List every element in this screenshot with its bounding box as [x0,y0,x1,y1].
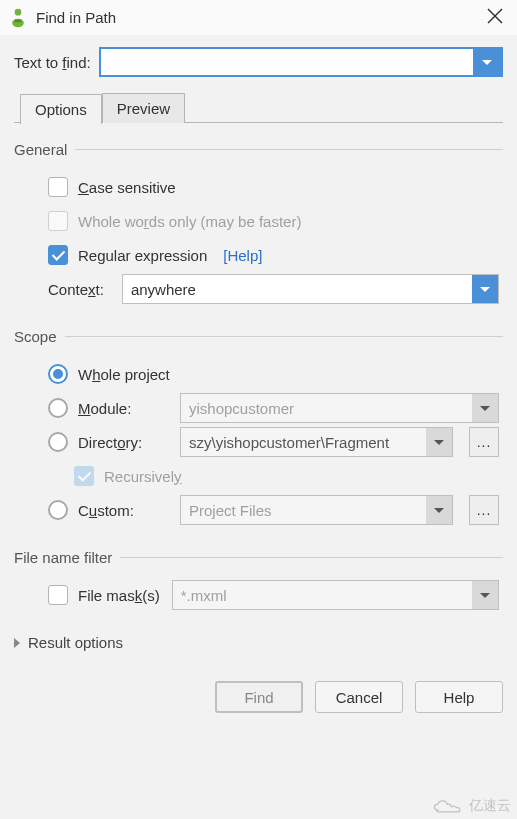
case-sensitive-checkbox[interactable] [48,177,68,197]
chevron-down-icon [434,508,444,513]
close-button[interactable] [485,6,505,29]
title-bar: Find in Path [0,0,517,35]
context-dropdown-button[interactable] [472,275,498,303]
scope-directory-combo[interactable]: szy\yishopcustomer\Fragment [180,427,453,457]
scope-whole-project-radio[interactable] [48,364,68,384]
app-icon [8,8,28,28]
chevron-down-icon [480,406,490,411]
scope-module-dropdown[interactable] [472,394,498,422]
find-text-row: Text to find: [14,47,503,77]
scope-custom-radio[interactable] [48,500,68,520]
chevron-down-icon [482,60,492,65]
context-label: Context: [48,281,104,298]
section-general-label: General [14,141,75,158]
scope-custom-label: Custom: [78,502,170,519]
cloud-icon [431,797,465,815]
window-title: Find in Path [36,9,485,26]
chevron-down-icon [480,287,490,292]
regex-label: Regular expression [78,247,207,264]
chevron-down-icon [434,440,444,445]
whole-words-label: Whole words only (may be faster) [78,213,301,230]
dialog-buttons: Find Cancel Help [14,681,503,713]
file-mask-checkbox[interactable] [48,585,68,605]
chevron-down-icon [480,593,490,598]
tab-bar: Options Preview [14,93,503,123]
scope-directory-radio[interactable] [48,432,68,452]
scope-custom-dropdown[interactable] [426,496,452,524]
scope-module-combo[interactable]: yishopcustomer [180,393,499,423]
find-button[interactable]: Find [215,681,303,713]
whole-words-checkbox [48,211,68,231]
scope-custom-value: Project Files [181,496,426,524]
svg-point-0 [15,8,22,15]
section-general: General Case sensitive Whole words only … [14,141,503,310]
file-mask-dropdown[interactable] [472,581,498,609]
find-history-dropdown[interactable] [473,49,501,75]
chevron-right-icon [14,638,20,648]
watermark: 亿速云 [425,793,517,819]
scope-directory-label: Directory: [78,434,170,451]
section-scope: Scope Whole project Module: yishopcustom… [14,328,503,531]
scope-module-label: Module: [78,400,170,417]
file-mask-label: File mask(s) [78,587,160,604]
find-text-input[interactable] [101,49,473,75]
scope-recursive-label: Recursively [104,468,182,485]
file-mask-value: *.mxml [173,581,472,609]
result-options-disclosure[interactable]: Result options [14,634,503,651]
section-file-filter: File name filter File mask(s) *.mxml [14,549,503,616]
scope-recursive-checkbox [74,466,94,486]
file-mask-combo[interactable]: *.mxml [172,580,499,610]
scope-module-value: yishopcustomer [181,394,472,422]
scope-custom-combo[interactable]: Project Files [180,495,453,525]
context-value: anywhere [123,275,472,303]
scope-module-radio[interactable] [48,398,68,418]
scope-custom-browse[interactable]: ... [469,495,499,525]
context-combo[interactable]: anywhere [122,274,499,304]
find-text-label: Text to find: [14,54,91,71]
section-file-filter-label: File name filter [14,549,120,566]
case-sensitive-label: Case sensitive [78,179,176,196]
tab-preview[interactable]: Preview [102,93,185,123]
regex-checkbox[interactable] [48,245,68,265]
scope-directory-dropdown[interactable] [426,428,452,456]
scope-directory-browse[interactable]: ... [469,427,499,457]
help-button[interactable]: Help [415,681,503,713]
scope-directory-value: szy\yishopcustomer\Fragment [181,428,426,456]
regex-help-link[interactable]: [Help] [223,247,262,264]
section-scope-label: Scope [14,328,65,345]
cancel-button[interactable]: Cancel [315,681,403,713]
svg-rect-2 [15,19,22,22]
tab-options[interactable]: Options [20,94,102,124]
find-text-combo[interactable] [99,47,503,77]
result-options-label: Result options [28,634,123,651]
scope-whole-project-label: Whole project [78,366,170,383]
